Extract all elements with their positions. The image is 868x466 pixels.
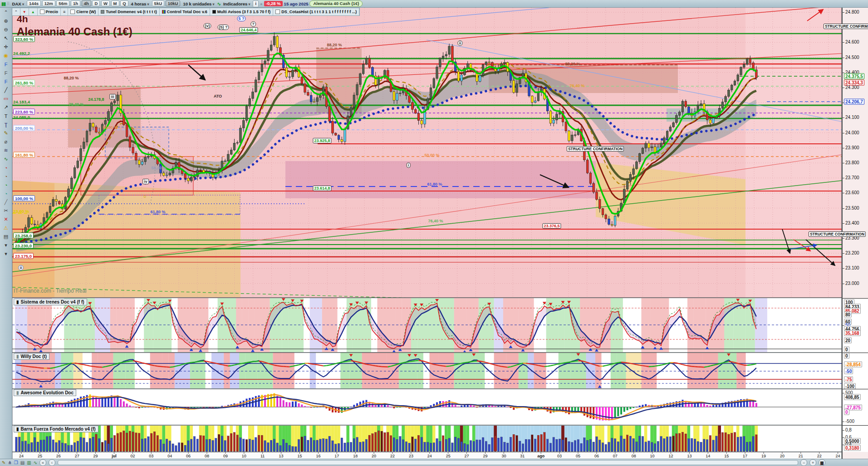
text-box-icon[interactable]: Ţ [2,121,10,128]
circle-brown-icon[interactable]: ◔ [2,173,10,180]
zoom-in-icon[interactable]: ⊕ [2,18,10,25]
rectangle-icon[interactable]: ▭ [2,95,10,102]
svg-text:25: 25 [446,454,451,458]
panel-axis-value: -28,854 [844,362,862,368]
svg-text:07: 07 [613,454,618,458]
checkbox-icon[interactable] [70,10,75,14]
collapse-left-button[interactable]: « [39,459,46,466]
ellipse-icon[interactable]: ⌀ [2,138,10,145]
indicator-label: Precio [46,10,59,14]
warning-icon[interactable]: ⚠ [2,225,10,231]
svg-text:11: 11 [260,454,265,458]
zoom-in-button[interactable]: + [809,459,816,466]
panel-axis-value: 408,85 [844,394,861,400]
indicator-label: ≡ [63,10,65,14]
svg-text:13: 13 [687,454,691,458]
dropdown-icon[interactable]: ▾ [2,250,10,257]
svg-text:20: 20 [780,454,785,458]
svg-text:03: 03 [149,454,153,458]
ruler-icon[interactable]: ≋ [2,147,10,154]
panel-axis-value: 80 [844,312,852,318]
svg-text:24: 24 [836,454,840,458]
svg-text:09: 09 [223,454,228,458]
zoom-out-button[interactable]: − [800,459,807,466]
delete-icon[interactable]: ✕ [2,216,10,223]
indicator-item[interactable]: Tunel Domenec v4 (t t t t t) [98,8,159,15]
indicator-item[interactable]: Cierre (W) [68,8,98,15]
zoom-out-icon[interactable]: ⊖ [2,26,10,33]
svg-text:27: 27 [75,454,79,458]
indicator-label: DS_CotasHist (1 t t t 3 1 1 t f f f f f … [281,10,357,14]
scissors-icon[interactable]: ✂ [2,207,10,214]
svg-text:21: 21 [799,454,803,458]
arrow-icon[interactable]: ↗ [2,104,10,111]
horizontal-scrollbar[interactable] [58,460,798,465]
cursor-icon[interactable]: ↖ [2,35,10,42]
svg-text:13: 13 [279,454,284,458]
circle-teal-icon[interactable]: ◔ [2,190,10,197]
svg-text:31: 31 [520,454,525,458]
alert-add-down-icon[interactable]: ▼ [20,8,29,15]
svg-text:06: 06 [186,454,191,458]
svg-text:23: 23 [409,454,413,458]
crosshair-icon[interactable]: ✛ [2,44,10,50]
indicator-item[interactable]: DS_CotasHist (1 t t t 3 1 1 t f f f f f … [273,8,359,15]
fibonacci-icon[interactable]: F [2,61,10,68]
alarm-bell-icon[interactable]: ◉ [2,52,10,59]
svg-text:20: 20 [372,454,376,458]
copy-icon[interactable]: ❐ [14,460,18,465]
indicator-label: Multi Avisos (3 f 3 1.5 70 f f) [217,10,270,14]
svg-text:17: 17 [743,454,747,458]
pencil-icon[interactable]: ✎ [2,130,10,137]
collapse-icon[interactable]: ⌃ [12,8,20,15]
svg-text:14: 14 [706,454,710,458]
collapse-icon[interactable]: ⌃ [2,9,10,16]
circle-red-icon[interactable]: ◔ [2,164,10,171]
indicator-item[interactable]: Multi Avisos (3 f 3 1.5 70 f f) [210,8,273,15]
multicolor-icon [162,10,166,14]
notes-icon[interactable]: ▤ [20,460,25,465]
svg-text:10: 10 [650,454,655,458]
panel-axis-value: 0 [844,409,849,415]
indicator-item[interactable]: Precio [38,8,61,15]
indicator-item[interactable]: Control Total Doc v.6 [160,8,210,15]
bar-spacing-button[interactable]: ▆ [819,459,825,466]
fibonacci-fan-icon[interactable]: F [2,69,10,76]
price-axis[interactable]: 24.80024.70024.60024.50024.40024.30024.2… [842,8,868,459]
panel-axis-value: 0 [844,347,849,353]
line-icon[interactable]: ╱ [2,199,10,206]
svg-text:24: 24 [427,454,432,458]
chart-icon[interactable]: ∿ [34,460,37,465]
swatch-icon [101,10,104,14]
left-tool-palette: ⌃⊕⊖↖✛◉FFF╱▭↗TŢ✎⌀≋∿◔◔◔◔╱✂✕⚠▤▾▾ [0,8,12,459]
indicator-toolbar: ⌃▼▲Precio≡Cierre (W)Tunel Domenec v4 (t … [12,8,360,16]
circle-green-icon[interactable]: ◔ [2,181,10,188]
panel-axis-value: -75 [844,377,853,383]
share-icon[interactable]: ⋔ [8,460,11,465]
checkbox-icon[interactable] [40,10,44,14]
wave-icon[interactable]: ∿ [2,156,10,162]
dropdown-icon[interactable]: ▾ [2,242,10,249]
svg-text:08: 08 [632,454,636,458]
text-icon[interactable]: T [2,113,10,119]
svg-text:02: 02 [130,454,135,458]
svg-text:27: 27 [465,454,469,458]
chart-canvas[interactable]: 2425262729jul020304060809101113151617182… [0,0,868,466]
columns-icon[interactable]: ▥ [27,460,31,465]
svg-text:10: 10 [242,454,246,458]
collapse-left2-button[interactable]: ‹ [49,459,55,466]
svg-text:22: 22 [390,454,395,458]
indicator-item[interactable]: ≡ [61,8,68,15]
alert-add-up-icon[interactable]: ▲ [29,8,38,15]
fibonacci-time-icon[interactable]: F [2,78,10,85]
checkbox-icon[interactable] [275,10,280,14]
indicator-label: Control Total Doc v.6 [167,10,207,14]
pencil-icon[interactable]: ✎ [2,460,5,465]
svg-text:30: 30 [501,454,506,458]
svg-text:15: 15 [724,454,729,458]
svg-text:29: 29 [93,454,98,458]
panel-axis-value: -50 [844,368,853,374]
svg-text:05: 05 [576,454,580,458]
trendline-icon[interactable]: ╱ [2,87,10,93]
grid-icon[interactable]: ▤ [2,233,10,240]
